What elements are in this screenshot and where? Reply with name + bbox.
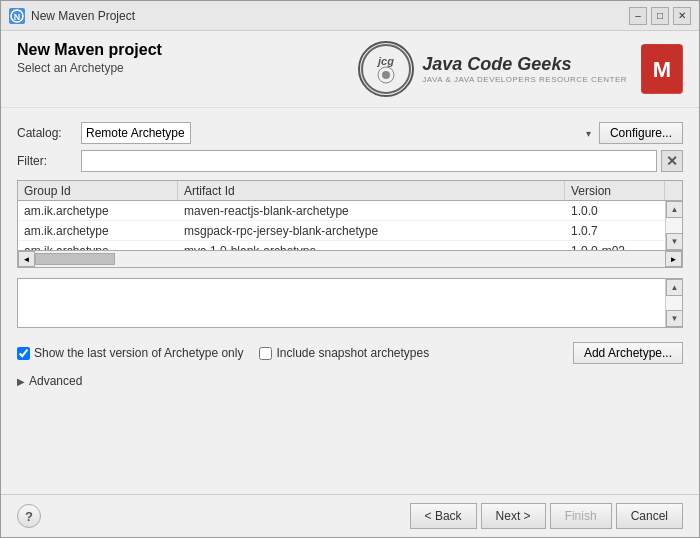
table-row[interactable]: am.ik.archetype maven-reactjs-blank-arch… — [18, 201, 665, 221]
table-row[interactable]: am.ik.archetype mvc-1.0-blank-archetype … — [18, 241, 665, 250]
window-title: New Maven Project — [31, 9, 135, 23]
table-body-area: am.ik.archetype maven-reactjs-blank-arch… — [18, 201, 682, 250]
jcg-circle-icon: jcg — [358, 41, 414, 97]
include-snapshot-label[interactable]: Include snapshot archetypes — [259, 346, 429, 360]
options-row: Show the last version of Archetype only … — [17, 342, 683, 364]
finish-button[interactable]: Finish — [550, 503, 612, 529]
maven-logo-icon: M — [641, 44, 683, 94]
scroll-track — [666, 218, 682, 233]
page-subtitle: Select an Archetype — [17, 61, 358, 75]
desc-scroll-down[interactable]: ▼ — [666, 310, 683, 327]
cell-version: 1.0.7 — [565, 224, 665, 238]
svg-point-5 — [382, 71, 390, 79]
bottom-bar: ? < Back Next > Finish Cancel — [1, 494, 699, 537]
jcg-text: Java Code Geeks JAVA & JAVA DEVELOPERS R… — [422, 54, 627, 84]
include-snapshot-checkbox[interactable] — [259, 347, 272, 360]
svg-text:jcg: jcg — [376, 55, 394, 67]
scroll-right-arrow[interactable]: ► — [665, 251, 682, 267]
cancel-button[interactable]: Cancel — [616, 503, 683, 529]
filter-label: Filter: — [17, 154, 77, 168]
nav-buttons: < Back Next > Finish Cancel — [410, 503, 683, 529]
back-button[interactable]: < Back — [410, 503, 477, 529]
cell-group: am.ik.archetype — [18, 204, 178, 218]
filter-input[interactable] — [81, 150, 657, 172]
table-header: Group Id Artifact Id Version — [18, 181, 682, 201]
clear-filter-button[interactable]: ✕ — [661, 150, 683, 172]
catalog-label: Catalog: — [17, 126, 77, 140]
h-scroll-thumb — [35, 253, 115, 265]
catalog-select-wrapper: Remote Archetype — [81, 122, 595, 144]
advanced-label: Advanced — [29, 374, 82, 388]
cell-artifact: maven-reactjs-blank-archetype — [178, 204, 565, 218]
add-archetype-button[interactable]: Add Archetype... — [573, 342, 683, 364]
window-icon: N — [9, 8, 25, 24]
page-title: New Maven project — [17, 41, 358, 59]
maximize-button[interactable]: □ — [651, 7, 669, 25]
jcg-sub-text: JAVA & JAVA DEVELOPERS RESOURCE CENTER — [422, 75, 627, 84]
description-box: ▲ ▼ — [17, 278, 683, 328]
title-bar: N New Maven Project – □ ✕ — [1, 1, 699, 31]
svg-point-2 — [362, 45, 410, 93]
catalog-select[interactable]: Remote Archetype — [81, 122, 191, 144]
scroll-down-arrow[interactable]: ▼ — [666, 233, 682, 250]
help-button[interactable]: ? — [17, 504, 41, 528]
cell-group: am.ik.archetype — [18, 224, 178, 238]
title-bar-left: N New Maven Project — [9, 8, 135, 24]
archetype-table: Group Id Artifact Id Version am.ik.arche… — [17, 180, 683, 268]
table-rows: am.ik.archetype maven-reactjs-blank-arch… — [18, 201, 665, 250]
version-header: Version — [565, 181, 665, 200]
vertical-scrollbar[interactable]: ▲ ▼ — [665, 201, 682, 250]
svg-text:N: N — [14, 12, 21, 22]
show-last-version-label[interactable]: Show the last version of Archetype only — [17, 346, 243, 360]
horizontal-scrollbar[interactable]: ◄ ► — [18, 250, 682, 267]
cell-artifact: msgpack-rpc-jersey-blank-archetype — [178, 224, 565, 238]
header-container: New Maven project Select an Archetype jc… — [1, 31, 699, 108]
title-bar-controls: – □ ✕ — [629, 7, 691, 25]
configure-button[interactable]: Configure... — [599, 122, 683, 144]
next-button[interactable]: Next > — [481, 503, 546, 529]
minimize-button[interactable]: – — [629, 7, 647, 25]
group-id-header: Group Id — [18, 181, 178, 200]
catalog-row: Catalog: Remote Archetype Configure... — [17, 122, 683, 144]
svg-text:M: M — [653, 57, 671, 82]
artifact-id-header: Artifact Id — [178, 181, 565, 200]
close-button[interactable]: ✕ — [673, 7, 691, 25]
desc-scroll-up[interactable]: ▲ — [666, 279, 683, 296]
scroll-up-arrow[interactable]: ▲ — [666, 201, 682, 218]
desc-scrollbar[interactable]: ▲ ▼ — [665, 279, 682, 327]
filter-row: Filter: ✕ — [17, 150, 683, 172]
scroll-left-arrow[interactable]: ◄ — [18, 251, 35, 267]
advanced-row[interactable]: ▶ Advanced — [17, 374, 683, 388]
include-snapshot-text: Include snapshot archetypes — [276, 346, 429, 360]
window: N New Maven Project – □ ✕ New Maven proj… — [0, 0, 700, 538]
logo-jcg: jcg Java Code Geeks JAVA & JAVA DEVELOPE… — [358, 41, 683, 97]
show-last-version-text: Show the last version of Archetype only — [34, 346, 243, 360]
desc-scroll-track — [666, 296, 682, 310]
show-last-version-checkbox[interactable] — [17, 347, 30, 360]
title-block: New Maven project Select an Archetype — [17, 41, 358, 75]
cell-version: 1.0.0 — [565, 204, 665, 218]
h-scroll-track — [35, 251, 665, 267]
advanced-expand-icon: ▶ — [17, 376, 25, 387]
table-row[interactable]: am.ik.archetype msgpack-rpc-jersey-blank… — [18, 221, 665, 241]
spacer — [17, 396, 683, 482]
description-content — [18, 279, 665, 327]
jcg-brand-name: Java Code Geeks — [422, 54, 627, 75]
main-panel: Catalog: Remote Archetype Configure... F… — [1, 122, 699, 494]
